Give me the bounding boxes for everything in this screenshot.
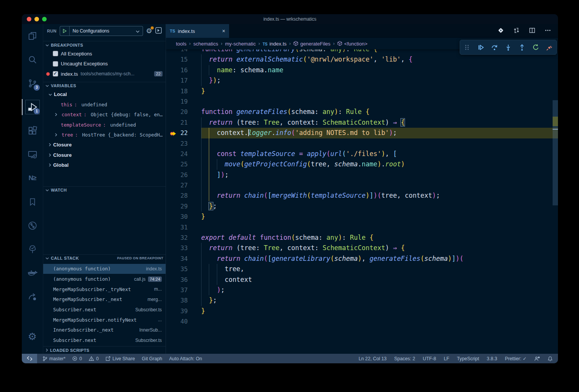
code-gutter[interactable]: 18 [166,86,201,96]
debug-console-button[interactable] [155,27,162,35]
code-gutter[interactable]: 35 [166,264,201,274]
step-out-button[interactable] [516,42,528,53]
call-stack-frame[interactable]: MergeMapSubscriber._nextmerg... [43,294,166,305]
watch-section-header[interactable]: WATCH [43,186,166,194]
code-gutter[interactable]: 17 [166,75,201,86]
debug-toolbar-drag-grip[interactable] [461,42,473,53]
status-item-typescript[interactable]: TypeScript [457,356,479,361]
variable-row-context[interactable]: context:Object {debug: false, en… [43,110,166,120]
activity-item-extensions[interactable] [22,119,43,143]
code-line-15[interactable]: 15 return externalSchematic('@nrwl/works… [166,54,558,65]
activity-item-nx-console[interactable]: N≥ [22,166,43,190]
code-gutter[interactable]: 39 [166,306,201,316]
code-line-36[interactable]: 36 context [166,275,558,285]
code-gutter[interactable]: 21 [166,117,201,128]
code-gutter[interactable]: 26 [166,170,201,180]
tab-index-ts[interactable]: TS index.ts × [166,24,229,38]
status-item-prettier[interactable]: Prettier: ✓ [505,356,527,361]
code-gutter[interactable]: 28 [166,190,201,201]
code-gutter[interactable]: 31 [166,222,201,233]
code-gutter[interactable]: 40 [166,316,201,327]
variable-row-this[interactable]: this:undefined [43,99,166,109]
open-changes-icon[interactable] [498,27,504,35]
code-gutter[interactable]: 37 [166,285,201,295]
code-line-22[interactable]: 22 context.logger.info('adding NOTES.md … [166,128,558,138]
activity-item-bookmarks[interactable] [22,190,43,214]
breakpoint-row[interactable]: index.tstools/schematics/my-sch...22 [43,69,166,79]
code-gutter[interactable]: 33 [166,243,201,253]
code-line-40[interactable]: 40 [166,316,558,327]
call-stack-frame[interactable]: (anonymous function)index.ts [43,264,166,274]
status-item-0[interactable]: 0 [72,356,82,361]
breadcrumb-item[interactable]: schematics [193,41,218,47]
code-line-37[interactable]: 37 ); [166,285,558,295]
editor-scrollbar[interactable] [553,49,558,354]
call-stack-frame[interactable]: Subscriber.nextSubscriber.ts [43,335,166,345]
code-line-27[interactable]: 27 [166,180,558,190]
code-gutter[interactable]: 29 [166,201,201,211]
status-item-master[interactable]: master* [42,356,65,361]
code-gutter[interactable]: 25 [166,159,201,169]
start-debug-icon[interactable] [60,26,70,36]
variables-scope-closure[interactable]: Closure [43,140,166,150]
code-line-20[interactable]: 20function generateFiles(schema: any): R… [166,107,558,117]
status-item-git-graph[interactable]: Git Graph [142,356,162,361]
variables-section-header[interactable]: VARIABLES [43,82,166,89]
code-line-30[interactable]: 30} [166,211,558,222]
activity-item-remote-explorer[interactable] [22,143,43,166]
variable-row-tree[interactable]: tree:HostTree {_backend: ScopedH… [43,130,166,140]
code-line-34[interactable]: 34 return chain([generateLibrary(schema)… [166,254,558,264]
scrollbar-thumb[interactable] [553,100,558,205]
call-stack-frame[interactable]: MergeMapSubscriber._tryNextm... [43,284,166,294]
activity-item-source-control[interactable]: 3 [22,72,43,95]
code-gutter[interactable]: 22 [166,128,201,138]
activity-item-gitlens[interactable] [22,214,43,237]
code-line-21[interactable]: 21 return (tree: Tree, context: Schemati… [166,117,558,128]
code-line-35[interactable]: 35 tree, [166,264,558,274]
launch-config-dropdown[interactable]: No Configurations [60,26,143,36]
call-stack-section-header[interactable]: CALL STACK PAUSED ON BREAKPOINT [43,254,166,262]
remote-indicator[interactable] [22,354,37,363]
code-gutter[interactable]: 34 [166,254,201,264]
variables-scope-closure[interactable]: Closure [43,150,166,160]
breakpoint-row[interactable]: Uncaught Exceptions [43,59,166,69]
code-gutter[interactable]: 19 [166,96,201,107]
code-line-38[interactable]: 38 }; [166,295,558,306]
call-stack-frame[interactable]: (anonymous function)call.js74:24 [43,274,166,284]
call-stack-frame[interactable]: Subscriber.nextSubscriber.ts [43,304,166,315]
status-item-bell[interactable] [548,356,553,361]
status-item-0[interactable]: 0 [89,356,99,361]
code-gutter[interactable]: 24 [166,149,201,159]
variable-row-templateSource[interactable]: templateSource:undefined [43,120,166,130]
code-line-16[interactable]: 16 name: schema.name [166,65,558,75]
activity-item-run-debug[interactable]: 1 [22,95,43,119]
code-line-32[interactable]: 32export default function(schema: any): … [166,233,558,243]
continue-button[interactable] [475,42,486,53]
breadcrumb-item[interactable]: tools [176,41,186,47]
debug-settings-button[interactable]: ⚙ [146,28,152,34]
code-gutter[interactable]: 27 [166,180,201,190]
breadcrumb-item[interactable]: my-schematic [225,41,256,47]
breadcrumb-item[interactable]: generateFiles [293,41,330,47]
disconnect-button[interactable] [544,42,555,53]
loaded-scripts-section-header[interactable]: LOADED SCRIPTS [43,346,166,354]
code-gutter[interactable]: 20 [166,107,201,117]
step-over-button[interactable] [489,42,500,53]
activity-item-docker[interactable] [22,261,43,285]
code-gutter[interactable]: 38 [166,295,201,306]
compare-changes-icon[interactable] [513,27,520,35]
status-item-live-share[interactable]: Live Share [106,356,135,361]
status-item-feedback[interactable] [534,356,540,361]
code-line-33[interactable]: 33 return (tree: Tree, context: Schemati… [166,243,558,253]
code-line-31[interactable]: 31 [166,222,558,233]
breadcrumb-item[interactable]: <function> [337,41,368,47]
breakpoint-checkbox[interactable] [53,51,58,56]
code-line-23[interactable]: 23 [166,138,558,149]
breadcrumb-item[interactable]: TSindex.ts [263,41,287,47]
status-item-lf[interactable]: LF [444,356,449,361]
code-gutter[interactable]: 23 [166,138,201,149]
status-item-3-8-3[interactable]: 3.8.3 [487,356,497,361]
code-line-26[interactable]: 26 ]); [166,170,558,180]
variables-scope-global[interactable]: Global [43,160,166,170]
status-item-utf-8[interactable]: UTF-8 [423,356,436,361]
